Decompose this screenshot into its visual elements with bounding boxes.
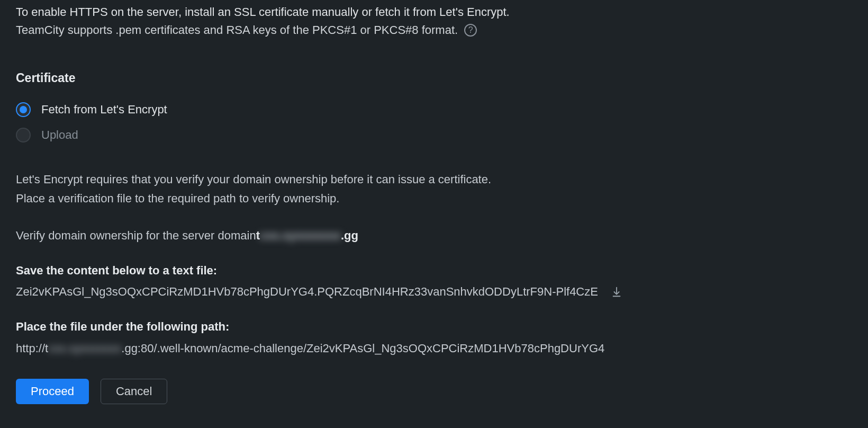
lets-encrypt-note-1: Let's Encrypt requires that you verify y… [16, 171, 852, 189]
save-content-heading: Save the content below to a text file: [16, 262, 852, 280]
path-suffix: .gg:80/.well-known/acme-challenge/Zei2vK… [121, 340, 604, 358]
path-hidden: cxx.xyxxxxxxx [48, 340, 121, 358]
challenge-content: Zei2vKPAsGl_Ng3sOQxCPCiRzMD1HVb78cPhgDUr… [16, 283, 598, 301]
radio-upload[interactable]: Upload [16, 126, 852, 144]
action-buttons: Proceed Cancel [16, 379, 852, 404]
radio-icon [16, 102, 31, 117]
certificate-heading: Certificate [16, 69, 852, 88]
challenge-path: http://tcxx.xyxxxxxxx.gg:80/.well-known/… [16, 340, 852, 358]
lets-encrypt-note-2: Place a verification file to the require… [16, 190, 852, 208]
verify-prefix: Verify domain ownership for the server d… [16, 227, 256, 245]
download-icon[interactable] [611, 286, 622, 298]
radio-fetch-lets-encrypt[interactable]: Fetch from Let's Encrypt [16, 101, 852, 119]
intro-line-1: To enable HTTPS on the server, install a… [16, 3, 852, 21]
proceed-button[interactable]: Proceed [16, 379, 89, 404]
radio-icon [16, 128, 31, 142]
intro-line-2: TeamCity supports .pem certificates and … [16, 21, 458, 39]
certificate-radio-group: Fetch from Let's Encrypt Upload [16, 101, 852, 144]
path-prefix: http://t [16, 340, 48, 358]
cancel-button[interactable]: Cancel [101, 379, 167, 404]
place-file-heading: Place the file under the following path: [16, 318, 852, 336]
domain-start: t [256, 227, 260, 245]
domain-end: .gg [341, 227, 358, 245]
domain-hidden: cxx.xyxxxxxxx [260, 227, 341, 245]
verify-domain-line: Verify domain ownership for the server d… [16, 227, 852, 245]
radio-label-upload: Upload [41, 126, 78, 144]
radio-label-fetch: Fetch from Let's Encrypt [41, 101, 167, 119]
help-icon[interactable]: ? [464, 24, 477, 37]
